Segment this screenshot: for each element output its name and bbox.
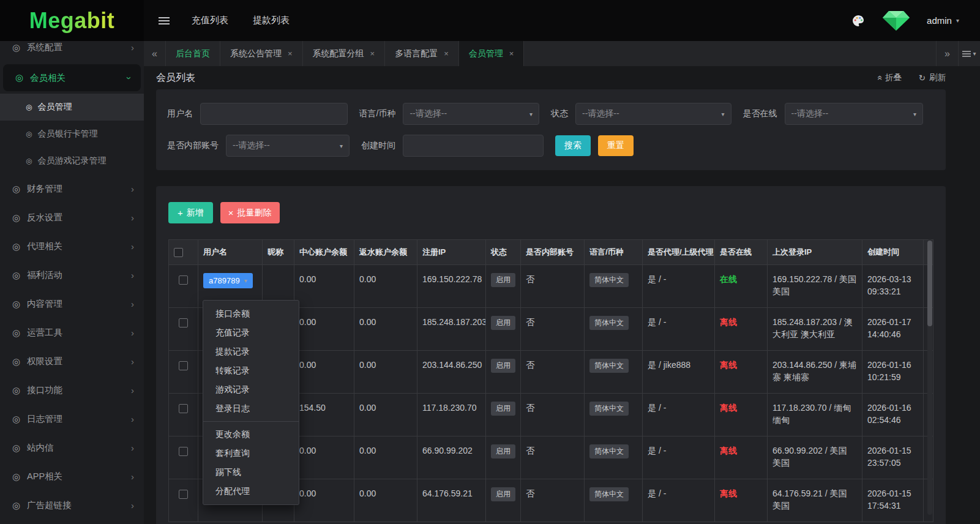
collapse-button[interactable]: »折叠 [877,72,902,83]
cell-rebate-balance: 0.00 [354,265,417,308]
topnav-recharge-list[interactable]: 充值列表 [192,15,228,26]
row-checkbox[interactable] [179,447,188,456]
chevron-down-icon: ▾ [244,277,247,284]
sidebar-toggle-icon[interactable] [159,17,170,24]
username-dropdown-button[interactable]: a789789▾ [203,273,253,288]
reset-button[interactable]: 重置 [598,135,634,156]
diamond-icon[interactable] [883,10,910,32]
sidebar-item-agent[interactable]: ◎代理相关› [0,232,144,261]
cell-central-balance: 0.00 [294,436,354,479]
sidebar-item-member-related[interactable]: ◎会员相关› [3,64,141,91]
sidebar-item-app[interactable]: ◎APP相关› [0,462,144,491]
cell-internal: 否 [521,351,585,394]
theme-palette-icon[interactable] [851,13,866,28]
menu-item-api-balance[interactable]: 接口余额 [203,304,299,323]
hamburger-icon [159,17,170,24]
row-checkbox[interactable] [179,361,188,370]
cell-online: 离线 [715,479,768,522]
sidebar-item-member-game-records[interactable]: ◎会员游戏记录管理 [0,148,144,174]
tabs-menu-icon[interactable]: ▾ [958,41,980,66]
user-menu[interactable]: admin ▾ [927,15,959,26]
sidebar-item-welfare[interactable]: ◎福利活动› [0,261,144,290]
brand-logo[interactable]: Megabit [0,0,144,41]
refresh-button[interactable]: ↻刷新 [919,72,946,83]
online-select[interactable]: --请选择--▾ [785,103,924,125]
tab-config-groups[interactable]: 系统配置分组× [303,41,386,66]
status-select[interactable]: --请选择--▾ [575,103,731,125]
tab-home[interactable]: 后台首页 [166,41,220,66]
menu-item-change-balance[interactable]: 更改余额 [203,425,299,444]
username-input[interactable] [200,103,348,125]
chevron-right-icon: › [131,184,134,194]
menu-item-recharge-records[interactable]: 充值记录 [203,323,299,342]
tab-multilanguage-config[interactable]: 多语言配置× [385,41,459,66]
cell-central-balance: 154.50 [294,394,354,436]
menu-item-withdraw-records[interactable]: 提款记录 [203,342,299,361]
created-field-group: 创建时间 [361,135,544,157]
username-field-group: 用户名 [167,103,348,125]
tab-close-icon[interactable]: × [288,49,293,58]
menu-item-kick-offline[interactable]: 踢下线 [203,463,299,482]
sidebar-item-site-messages[interactable]: ◎站内信› [0,433,144,462]
search-button[interactable]: 搜索 [555,135,591,156]
sidebar-item-logs[interactable]: ◎日志管理› [0,405,144,433]
add-button[interactable]: +新增 [168,202,213,223]
language-field-group: 语言/币种 --请选择--▾ [359,103,540,125]
circle-icon: ◎ [12,212,20,223]
topnav-withdraw-list[interactable]: 提款列表 [253,15,290,26]
language-select[interactable]: --请选择--▾ [403,103,539,125]
tabs-scroll-left-icon[interactable]: « [144,41,166,66]
scrollbar-thumb[interactable] [927,241,932,326]
menu-item-assign-agent[interactable]: 分配代理 [203,482,299,501]
tabs-scroll-right-icon[interactable]: » [936,41,958,66]
tab-announcement-management[interactable]: 系统公告管理× [220,41,303,66]
tab-member-management[interactable]: 会员管理× [459,41,525,66]
menu-item-transfer-records[interactable]: 转账记录 [203,361,299,380]
row-checkbox[interactable] [179,490,188,499]
sidebar-item-system-config[interactable]: ◎系统配置› [0,41,144,62]
batch-delete-label: 批量删除 [238,208,272,219]
menu-divider [203,421,299,422]
chevron-right-icon: › [131,212,134,223]
collapse-icon: » [874,75,884,80]
sidebar-item-permissions[interactable]: ◎权限设置› [0,347,144,376]
batch-delete-button[interactable]: ×批量删除 [220,202,280,223]
table-scrollbar[interactable] [927,239,932,515]
tab-close-icon[interactable]: × [370,49,375,58]
internal-select[interactable]: --请选择--▾ [226,135,350,157]
cell-language: 简体中文 [585,351,643,394]
col-header-register-ip: 注册IP [417,240,486,265]
menu-item-game-records[interactable]: 游戏记录 [203,380,299,399]
header-right: admin ▾ [851,10,980,32]
cell-internal: 否 [521,308,585,351]
row-checkbox[interactable] [179,404,188,413]
created-time-input[interactable] [403,135,544,157]
sidebar-item-operation-tools[interactable]: ◎运营工具› [0,318,144,347]
sidebar-item-rebate-settings[interactable]: ◎反水设置› [0,203,144,232]
col-header-status: 状态 [486,240,521,265]
sidebar-item-member-bankcard[interactable]: ◎会员银行卡管理 [0,121,144,148]
sidebar-item-api[interactable]: ◎接口功能› [0,376,144,405]
menu-item-arbitrage-query[interactable]: 套利查询 [203,444,299,463]
cell-central-balance: 0.00 [294,265,354,308]
sidebar-item-ad-links[interactable]: ◎广告超链接› [0,491,144,520]
sidebar-item-finance[interactable]: ◎财务管理› [0,174,144,203]
row-checkbox[interactable] [179,318,188,328]
col-header-online: 是否在线 [715,240,768,265]
tab-close-icon[interactable]: × [444,49,449,58]
cell-status: 启用 [486,436,521,479]
circle-icon: ◎ [12,414,20,425]
select-value: --请选择-- [233,140,270,151]
cell-rebate-balance: 0.00 [354,479,417,522]
sidebar-item-label: 反水设置 [27,212,131,223]
row-checkbox[interactable] [179,275,188,285]
cell-agent: 是 / - [643,394,715,436]
sidebar-item-label: 站内信 [27,442,131,454]
select-all-checkbox[interactable] [174,248,183,257]
menu-item-login-logs[interactable]: 登录日志 [203,399,299,418]
tab-close-icon[interactable]: × [509,49,514,58]
sidebar-item-label: 内容管理 [27,298,131,310]
sidebar-item-member-management[interactable]: ◎会员管理 [0,94,144,121]
sidebar-item-content[interactable]: ◎内容管理› [0,290,144,318]
cell-agent: 是 / - [643,436,715,479]
